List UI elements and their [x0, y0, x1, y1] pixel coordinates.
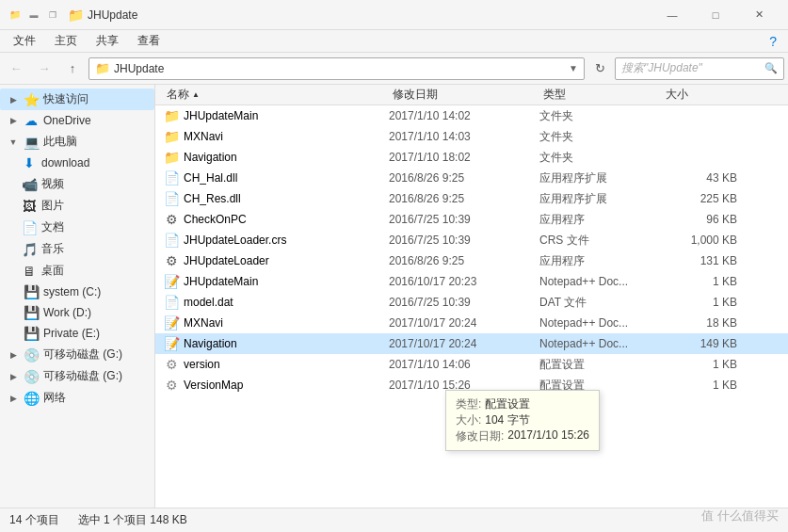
file-icon: ⚙	[163, 212, 180, 227]
menu-home[interactable]: 主页	[45, 31, 87, 51]
minimize-icon: ▬	[26, 8, 41, 23]
file-icon: ⚙	[163, 253, 180, 268]
file-size: 18 KB	[662, 316, 737, 330]
file-date: 2016/8/26 9:25	[389, 254, 539, 267]
toolbar: ← → ↑ 📁 JHUpdate ▼ ↻ 搜索"JHUpdate" 🔍	[0, 53, 788, 85]
file-icon: 📁	[163, 129, 180, 144]
file-size: 1 KB	[662, 296, 737, 309]
file-size: 96 KB	[662, 213, 737, 226]
sidebar-item-drive-c[interactable]: 💾 system (C:)	[0, 282, 154, 302]
sidebar-item-label: 音乐	[41, 241, 64, 257]
file-item[interactable]: 📄CH_Res.dll2016/8/26 9:25应用程序扩展225 KB	[155, 188, 788, 209]
sidebar-item-network[interactable]: ▶ 🌐 网络	[0, 387, 154, 409]
address-folder-icon: 📁	[95, 61, 110, 75]
maximize-button[interactable]: □	[694, 0, 737, 30]
search-bar[interactable]: 搜索"JHUpdate" 🔍	[615, 57, 784, 80]
pictures-icon: 🖼	[21, 199, 38, 214]
file-item[interactable]: 📁JHUpdateMain2017/1/10 14:02文件夹	[155, 105, 788, 126]
file-date: 2016/8/26 9:25	[389, 171, 539, 185]
file-name: JHUpdateLoader.crs	[184, 234, 389, 247]
sidebar-item-label: system (C:)	[43, 285, 101, 298]
file-date: 2016/10/17 20:23	[389, 275, 539, 288]
documents-icon: 📄	[21, 220, 38, 235]
up-button[interactable]: ↑	[60, 56, 85, 81]
sidebar-item-pictures[interactable]: 🖼 图片	[13, 195, 154, 217]
file-item[interactable]: 📝JHUpdateMain2016/10/17 20:23Notepad++ D…	[155, 271, 788, 292]
file-icon: ⚙	[163, 378, 180, 393]
sidebar-item-label: 可移动磁盘 (G:)	[43, 368, 122, 384]
file-item[interactable]: 📄model.dat2016/7/25 10:39DAT 文件1 KB	[155, 292, 788, 313]
col-header-size[interactable]: 大小	[662, 85, 737, 105]
sidebar-item-drive-d[interactable]: 💾 Work (D:)	[0, 302, 154, 323]
file-item[interactable]: 📁MXNavi2017/1/10 14:03文件夹	[155, 126, 788, 147]
file-name: MXNavi	[184, 130, 389, 143]
file-list-header: 名称 修改日期 类型 大小	[155, 85, 788, 105]
file-date: 2017/1/10 14:02	[389, 109, 539, 122]
file-item[interactable]: 📝MXNavi2017/10/17 20:24Notepad++ Doc...1…	[155, 313, 788, 333]
file-size: 225 KB	[662, 192, 737, 205]
file-item[interactable]: 📝Navigation2017/10/17 20:24Notepad++ Doc…	[155, 333, 788, 354]
sidebar-item-music[interactable]: 🎵 音乐	[13, 238, 154, 260]
file-item[interactable]: 📁Navigation2017/1/10 18:02文件夹	[155, 147, 788, 168]
sidebar-item-drive-g[interactable]: ▶ 💿 可移动磁盘 (G:)	[0, 365, 154, 387]
file-name: VersionMap	[184, 379, 389, 392]
menu-share[interactable]: 共享	[87, 31, 128, 51]
file-item[interactable]: ⚙JHUpdateLoader2016/8/26 9:25应用程序131 KB	[155, 250, 788, 271]
network-expand-icon: ▶	[8, 394, 19, 403]
tooltip-type-value: 配置设置	[485, 396, 530, 412]
file-name: JHUpdateMain	[184, 275, 389, 288]
sidebar-item-onedrive[interactable]: ▶ ☁ OneDrive	[0, 110, 154, 131]
minimize-button[interactable]: —	[651, 0, 694, 30]
file-date: 2016/7/25 10:39	[389, 234, 539, 247]
help-icon[interactable]: ?	[762, 34, 784, 49]
file-item[interactable]: 📄CH_Hal.dll2016/8/26 9:25应用程序扩展43 KB	[155, 168, 788, 188]
network-icon: 🌐	[23, 391, 40, 406]
sidebar-item-label: 图片	[41, 198, 64, 214]
maximize-icon: ❐	[45, 8, 60, 23]
menu-file[interactable]: 文件	[4, 31, 45, 51]
sidebar-item-video[interactable]: 📹 视频	[13, 173, 154, 195]
file-size: 131 KB	[662, 254, 737, 267]
file-type: Notepad++ Doc...	[539, 275, 662, 288]
address-bar[interactable]: 📁 JHUpdate ▼	[88, 57, 585, 80]
file-name: JHUpdateLoader	[184, 254, 389, 267]
col-header-type[interactable]: 类型	[539, 85, 662, 105]
refresh-button[interactable]: ↻	[588, 57, 611, 80]
sidebar-item-desktop[interactable]: 🖥 桌面	[13, 260, 154, 282]
file-item[interactable]: ⚙version2017/1/10 14:06配置设置1 KB	[155, 354, 788, 375]
file-icon: 📁	[163, 150, 180, 165]
sidebar-item-quick-access[interactable]: ▶ ⭐ 快速访问	[0, 89, 154, 110]
this-pc-expand-icon: ▼	[8, 137, 19, 147]
file-item[interactable]: ⚙CheckOnPC2016/7/25 10:39应用程序96 KB	[155, 209, 788, 230]
music-icon: 🎵	[21, 242, 38, 257]
quick-access-icon: ⭐	[23, 92, 40, 107]
sidebar-item-documents[interactable]: 📄 文档	[13, 217, 154, 238]
back-button[interactable]: ←	[4, 56, 28, 81]
sidebar-item-this-pc[interactable]: ▼ 💻 此电脑	[0, 131, 154, 153]
sidebar-item-label: 视频	[41, 176, 64, 192]
tooltip-size-label: 大小:	[456, 412, 481, 428]
close-button[interactable]: ✕	[737, 0, 780, 30]
file-date: 2016/8/26 9:25	[389, 192, 539, 205]
file-type: 应用程序扩展	[539, 191, 662, 207]
file-size: 1 KB	[662, 379, 737, 392]
address-dropdown-icon[interactable]: ▼	[569, 63, 578, 73]
file-icon: 📄	[163, 191, 180, 206]
file-icon: 📄	[163, 295, 180, 310]
sidebar-item-download[interactable]: ⬇ download	[13, 153, 154, 173]
file-date: 2017/10/17 20:24	[389, 337, 539, 350]
file-date: 2017/10/17 20:24	[389, 316, 539, 330]
col-header-date[interactable]: 修改日期	[389, 85, 539, 105]
sidebar-item-label: 网络	[43, 390, 66, 406]
menu-bar: 文件 主页 共享 查看 ?	[0, 30, 788, 53]
sidebar-item-drive-e[interactable]: 💾 Private (E:)	[0, 323, 154, 344]
status-bar: 14 个项目 选中 1 个项目 148 KB	[0, 508, 788, 532]
menu-view[interactable]: 查看	[128, 31, 169, 51]
drive-g-top-expand-icon: ▶	[8, 350, 19, 360]
file-item[interactable]: 📄JHUpdateLoader.crs2016/7/25 10:39CRS 文件…	[155, 230, 788, 250]
col-size-label: 大小	[666, 87, 688, 103]
sidebar-item-drive-g-top[interactable]: ▶ 💿 可移动磁盘 (G:)	[0, 344, 154, 365]
sidebar-item-label: 可移动磁盘 (G:)	[43, 347, 122, 363]
forward-button[interactable]: →	[32, 56, 56, 81]
col-header-name[interactable]: 名称	[163, 85, 389, 105]
